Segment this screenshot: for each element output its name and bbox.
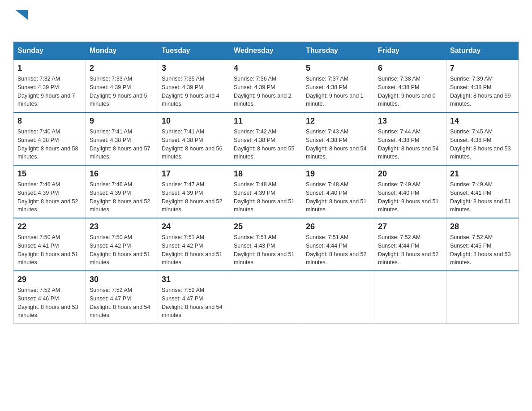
day-number-26: 26: [306, 222, 370, 231]
day-info-11: Sunrise: 7:42 AMSunset: 4:38 PMDaylight:…: [234, 128, 298, 161]
day-info-20: Sunrise: 7:49 AMSunset: 4:40 PMDaylight:…: [378, 180, 442, 214]
week-row-5: 29Sunrise: 7:52 AMSunset: 4:46 PMDayligh…: [14, 271, 519, 324]
day-cell-27: 27Sunrise: 7:52 AMSunset: 4:44 PMDayligh…: [374, 218, 446, 271]
day-cell-21: 21Sunrise: 7:49 AMSunset: 4:41 PMDayligh…: [446, 165, 519, 218]
day-cell-19: 19Sunrise: 7:48 AMSunset: 4:40 PMDayligh…: [302, 165, 374, 218]
day-number-12: 12: [306, 116, 370, 126]
day-info-25: Sunrise: 7:51 AMSunset: 4:43 PMDaylight:…: [234, 233, 298, 267]
day-number-28: 28: [450, 222, 515, 231]
day-number-18: 18: [234, 169, 298, 179]
day-cell-5: 5Sunrise: 7:37 AMSunset: 4:38 PMDaylight…: [302, 60, 374, 112]
week-row-3: 15Sunrise: 7:46 AMSunset: 4:39 PMDayligh…: [14, 165, 519, 218]
weekday-header-sunday: Sunday: [14, 42, 86, 60]
day-number-2: 2: [90, 64, 154, 73]
day-info-9: Sunrise: 7:41 AMSunset: 4:38 PMDaylight:…: [90, 128, 154, 161]
day-number-4: 4: [234, 64, 298, 73]
day-cell-3: 3Sunrise: 7:35 AMSunset: 4:39 PMDaylight…: [158, 60, 230, 112]
day-number-1: 1: [17, 64, 82, 73]
day-number-19: 19: [306, 169, 370, 179]
day-number-27: 27: [378, 222, 442, 231]
day-info-22: Sunrise: 7:50 AMSunset: 4:41 PMDaylight:…: [17, 233, 82, 267]
day-info-27: Sunrise: 7:52 AMSunset: 4:44 PMDaylight:…: [378, 233, 442, 267]
day-number-10: 10: [162, 116, 226, 126]
day-cell-20: 20Sunrise: 7:49 AMSunset: 4:40 PMDayligh…: [374, 165, 446, 218]
day-number-22: 22: [17, 222, 82, 231]
day-cell-9: 9Sunrise: 7:41 AMSunset: 4:38 PMDaylight…: [86, 112, 158, 165]
weekday-header-tuesday: Tuesday: [158, 42, 230, 60]
empty-cell-w4-d3: [230, 271, 302, 324]
day-number-13: 13: [378, 116, 442, 126]
day-number-16: 16: [90, 169, 154, 179]
day-number-9: 9: [90, 116, 154, 126]
day-cell-2: 2Sunrise: 7:33 AMSunset: 4:39 PMDaylight…: [86, 60, 158, 112]
day-info-21: Sunrise: 7:49 AMSunset: 4:41 PMDaylight:…: [450, 180, 515, 214]
weekday-header-wednesday: Wednesday: [230, 42, 302, 60]
day-cell-11: 11Sunrise: 7:42 AMSunset: 4:38 PMDayligh…: [230, 112, 302, 165]
day-number-11: 11: [234, 116, 298, 126]
day-cell-16: 16Sunrise: 7:46 AMSunset: 4:39 PMDayligh…: [86, 165, 158, 218]
day-info-16: Sunrise: 7:46 AMSunset: 4:39 PMDaylight:…: [90, 180, 154, 214]
day-info-1: Sunrise: 7:32 AMSunset: 4:39 PMDaylight:…: [17, 75, 82, 108]
day-cell-8: 8Sunrise: 7:40 AMSunset: 4:38 PMDaylight…: [14, 112, 86, 165]
day-cell-10: 10Sunrise: 7:41 AMSunset: 4:38 PMDayligh…: [158, 112, 230, 165]
day-cell-15: 15Sunrise: 7:46 AMSunset: 4:39 PMDayligh…: [14, 165, 86, 218]
day-cell-26: 26Sunrise: 7:51 AMSunset: 4:44 PMDayligh…: [302, 218, 374, 271]
page-header: [13, 9, 519, 34]
day-cell-23: 23Sunrise: 7:50 AMSunset: 4:42 PMDayligh…: [86, 218, 158, 271]
day-cell-4: 4Sunrise: 7:36 AMSunset: 4:39 PMDaylight…: [230, 60, 302, 112]
day-cell-1: 1Sunrise: 7:32 AMSunset: 4:39 PMDaylight…: [14, 60, 86, 112]
day-info-4: Sunrise: 7:36 AMSunset: 4:39 PMDaylight:…: [234, 75, 298, 108]
day-info-3: Sunrise: 7:35 AMSunset: 4:39 PMDaylight:…: [162, 75, 226, 108]
calendar-table: SundayMondayTuesdayWednesdayThursdayFrid…: [13, 42, 519, 324]
day-info-31: Sunrise: 7:52 AMSunset: 4:47 PMDaylight:…: [162, 286, 226, 320]
day-cell-18: 18Sunrise: 7:48 AMSunset: 4:39 PMDayligh…: [230, 165, 302, 218]
day-number-8: 8: [17, 116, 82, 126]
empty-cell-w4-d4: [302, 271, 374, 324]
day-info-15: Sunrise: 7:46 AMSunset: 4:39 PMDaylight:…: [17, 180, 82, 214]
day-info-26: Sunrise: 7:51 AMSunset: 4:44 PMDaylight:…: [306, 233, 370, 267]
day-cell-28: 28Sunrise: 7:52 AMSunset: 4:45 PMDayligh…: [446, 218, 519, 271]
day-cell-24: 24Sunrise: 7:51 AMSunset: 4:42 PMDayligh…: [158, 218, 230, 271]
day-info-18: Sunrise: 7:48 AMSunset: 4:39 PMDaylight:…: [234, 180, 298, 214]
day-number-31: 31: [162, 275, 226, 284]
day-number-25: 25: [234, 222, 298, 231]
day-info-30: Sunrise: 7:52 AMSunset: 4:47 PMDaylight:…: [90, 286, 154, 320]
logo-triangle-icon: [15, 10, 28, 20]
day-number-6: 6: [378, 64, 442, 73]
svg-marker-0: [15, 10, 28, 20]
weekday-header-thursday: Thursday: [302, 42, 374, 60]
day-number-30: 30: [90, 275, 154, 284]
day-info-13: Sunrise: 7:44 AMSunset: 4:38 PMDaylight:…: [378, 128, 442, 161]
day-cell-7: 7Sunrise: 7:39 AMSunset: 4:38 PMDaylight…: [446, 60, 519, 112]
weekday-header-saturday: Saturday: [446, 42, 519, 60]
day-info-14: Sunrise: 7:45 AMSunset: 4:38 PMDaylight:…: [450, 128, 515, 161]
day-info-12: Sunrise: 7:43 AMSunset: 4:38 PMDaylight:…: [306, 128, 370, 161]
day-cell-6: 6Sunrise: 7:38 AMSunset: 4:38 PMDaylight…: [374, 60, 446, 112]
logo: [13, 9, 28, 34]
day-cell-17: 17Sunrise: 7:47 AMSunset: 4:39 PMDayligh…: [158, 165, 230, 218]
day-number-29: 29: [17, 275, 82, 284]
day-info-19: Sunrise: 7:48 AMSunset: 4:40 PMDaylight:…: [306, 180, 370, 214]
day-info-23: Sunrise: 7:50 AMSunset: 4:42 PMDaylight:…: [90, 233, 154, 267]
day-cell-29: 29Sunrise: 7:52 AMSunset: 4:46 PMDayligh…: [14, 271, 86, 324]
day-number-20: 20: [378, 169, 442, 179]
weekday-header-row: SundayMondayTuesdayWednesdayThursdayFrid…: [14, 42, 519, 60]
day-info-29: Sunrise: 7:52 AMSunset: 4:46 PMDaylight:…: [17, 286, 82, 320]
day-info-8: Sunrise: 7:40 AMSunset: 4:38 PMDaylight:…: [17, 128, 82, 161]
day-info-5: Sunrise: 7:37 AMSunset: 4:38 PMDaylight:…: [306, 75, 370, 108]
day-info-24: Sunrise: 7:51 AMSunset: 4:42 PMDaylight:…: [162, 233, 226, 267]
week-row-4: 22Sunrise: 7:50 AMSunset: 4:41 PMDayligh…: [14, 218, 519, 271]
weekday-header-friday: Friday: [374, 42, 446, 60]
day-number-7: 7: [450, 64, 515, 73]
day-cell-12: 12Sunrise: 7:43 AMSunset: 4:38 PMDayligh…: [302, 112, 374, 165]
day-cell-13: 13Sunrise: 7:44 AMSunset: 4:38 PMDayligh…: [374, 112, 446, 165]
day-info-17: Sunrise: 7:47 AMSunset: 4:39 PMDaylight:…: [162, 180, 226, 214]
empty-cell-w4-d5: [374, 271, 446, 324]
day-number-15: 15: [17, 169, 82, 179]
empty-cell-w4-d6: [446, 271, 519, 324]
day-info-2: Sunrise: 7:33 AMSunset: 4:39 PMDaylight:…: [90, 75, 154, 108]
day-number-21: 21: [450, 169, 515, 179]
day-info-10: Sunrise: 7:41 AMSunset: 4:38 PMDaylight:…: [162, 128, 226, 161]
week-row-1: 1Sunrise: 7:32 AMSunset: 4:39 PMDaylight…: [14, 60, 519, 112]
day-cell-22: 22Sunrise: 7:50 AMSunset: 4:41 PMDayligh…: [14, 218, 86, 271]
